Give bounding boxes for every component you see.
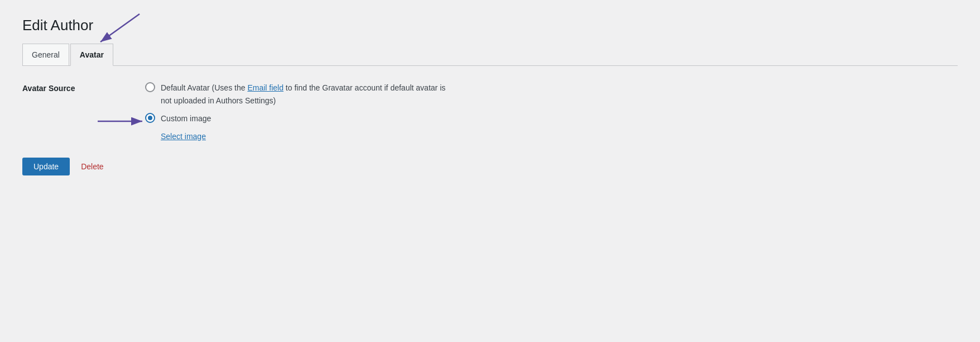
avatar-source-section: Avatar Source Default Avatar (Uses the E… xyxy=(22,82,958,140)
tab-general[interactable]: General xyxy=(22,44,69,66)
radio-default-avatar-input[interactable] xyxy=(145,82,155,92)
default-avatar-suffix: to find the Gravatar account if default … xyxy=(284,83,445,92)
select-image-link[interactable]: Select image xyxy=(161,132,206,141)
form-buttons: Update Delete xyxy=(22,158,958,175)
update-button[interactable]: Update xyxy=(22,158,70,175)
page-title: Edit Author xyxy=(22,17,958,34)
default-avatar-line2: not uploaded in Authors Settings) xyxy=(161,94,445,107)
tabs-container: General Avatar xyxy=(22,43,958,66)
radio-default-avatar-text: Default Avatar (Uses the Email field to … xyxy=(161,82,445,107)
radio-custom-image[interactable]: Custom image xyxy=(145,112,211,125)
delete-button[interactable]: Delete xyxy=(81,162,103,171)
email-field-link[interactable]: Email field xyxy=(247,83,284,92)
radio-default-avatar[interactable]: Default Avatar (Uses the Email field to … xyxy=(145,82,958,107)
radio-custom-image-input[interactable] xyxy=(145,113,155,123)
avatar-source-label: Avatar Source xyxy=(22,82,145,140)
radio-custom-image-text: Custom image xyxy=(161,112,211,125)
avatar-source-options: Default Avatar (Uses the Email field to … xyxy=(145,82,958,140)
custom-image-row: Custom image xyxy=(145,112,958,130)
tab-avatar[interactable]: Avatar xyxy=(70,44,113,66)
default-avatar-prefix: Default Avatar (Uses the xyxy=(161,83,247,92)
